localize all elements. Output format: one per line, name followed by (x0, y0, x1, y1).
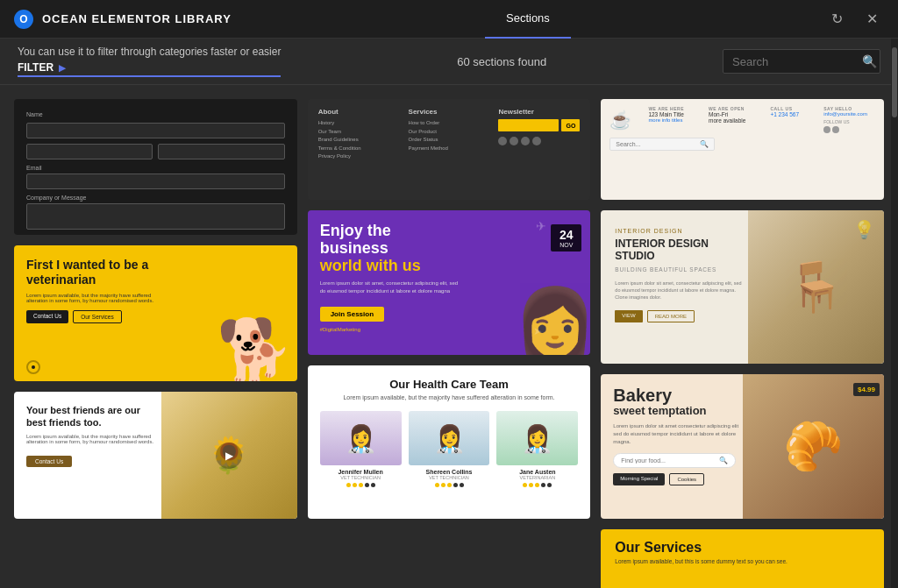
toolbar-hint: You can use it to filter through categor… (18, 46, 281, 58)
filter-button[interactable]: FILTER ▶ (18, 61, 281, 77)
pets-contact-button[interactable]: Contact Us (26, 456, 72, 467)
header-tabs: Sections (485, 0, 571, 39)
header-actions: ↻ ✕ (824, 7, 884, 32)
digital-title-1: Enjoy the (320, 223, 460, 240)
card-pets-friends[interactable]: Your best friends are our best friends t… (14, 392, 297, 519)
member1-role: VET TECHNICIAN (320, 475, 402, 480)
digital-subtitle: Lorem ipsum dolor sit amet, consectetur … (320, 280, 460, 295)
search-icon: 🔍 (862, 54, 877, 68)
refresh-icon[interactable]: ↻ (824, 7, 849, 32)
contact-search-icon: 🔍 (700, 140, 709, 148)
services-subtitle: Lorem ipsum available, but this is some … (615, 558, 870, 564)
filter-arrow-icon: ▶ (59, 63, 66, 73)
card-digital-marketing[interactable]: Enjoy the business world with us Lorem i… (308, 210, 591, 355)
vet-hero-title: First I wanted to be a veterinarian (26, 258, 168, 287)
app-title: OCEAN ELEMENTOR LIBRARY (42, 12, 232, 25)
interior-desc: Lorem ipsum dolor sit amet, consectetur … (615, 280, 742, 301)
bakery-search-input[interactable] (621, 457, 716, 464)
interior-sublabel: BUILDING BEAUTIFUL SPACES (615, 266, 742, 273)
bakery-cookies-button[interactable]: Cookies (669, 473, 704, 485)
footer-newsletter-heading: Newsletter (498, 108, 580, 116)
health-team-title: Our Health Care Team (320, 378, 579, 391)
bakery-title1: Bakery (613, 386, 744, 404)
bakery-price: $4.99 (853, 383, 880, 396)
col-2: About HistoryOur TeamBrand GuidelinesTer… (308, 99, 591, 588)
join-session-button[interactable]: Join Session (320, 307, 384, 322)
our-services-button[interactable]: Our Services (73, 310, 122, 323)
pets-subtitle: Lorem ipsum available, but the majority … (26, 434, 157, 444)
main-grid: Name Email Company or Message (0, 85, 898, 588)
bakery-desc: Lorem ipsum dolor sit amet consectetur a… (613, 422, 744, 446)
bakery-title2: sweet temptation (613, 404, 744, 417)
health-team-subtitle: Lorem ipsum available, but the majority … (320, 394, 579, 400)
search-box: 🔍 (723, 49, 880, 74)
footer-about-heading: About (318, 108, 400, 116)
interior-tag: INTERIOR DESIGN (615, 228, 742, 234)
card-form[interactable]: Name Email Company or Message (14, 99, 297, 235)
header-left: O OCEAN ELEMENTOR LIBRARY (14, 10, 232, 29)
close-icon[interactable]: ✕ (859, 7, 884, 32)
member3-name: Jane Austen (496, 469, 578, 475)
digital-tag: #DigitalMarketing (320, 327, 460, 332)
bakery-morning-button[interactable]: Morning Special (613, 473, 665, 485)
newsletter-go-button[interactable]: GO (561, 119, 580, 131)
digital-title-3: world with us (320, 258, 460, 275)
footer-services-items: How to OrderOur ProductOrder StatusPayme… (409, 119, 490, 152)
interior-readmore-button[interactable]: READ MORE (647, 310, 695, 322)
member2-name: Shereen Collins (409, 469, 490, 475)
tab-sections[interactable]: Sections (485, 0, 571, 39)
col-1: Name Email Company or Message (14, 99, 297, 588)
app-logo: O (14, 10, 33, 29)
card-vet-hero[interactable]: First I wanted to be a veterinarian Lore… (14, 245, 297, 381)
filter-label: FILTER (18, 61, 53, 74)
team-member-2: 👩‍⚕️ Shereen Collins VET TECHNICIAN (409, 411, 490, 487)
card-contact-bar[interactable]: ☕ WE ARE HERE 123 Main Title more info t… (601, 99, 884, 200)
services-title: Our Services (615, 540, 870, 556)
interior-view-button[interactable]: VIEW (615, 310, 642, 322)
bakery-search-icon: 🔍 (719, 457, 728, 464)
toolbar: You can use it to filter through categor… (0, 39, 898, 85)
contact-search-input[interactable] (616, 141, 696, 147)
contact-here-value: 123 Main Title (648, 111, 684, 117)
sections-count: 60 sections found (457, 55, 546, 68)
member1-name: Jennifer Mullen (320, 469, 402, 475)
member2-role: VET TECHNICIAN (409, 475, 490, 480)
search-input[interactable] (732, 55, 855, 68)
col-3: ☕ WE ARE HERE 123 Main Title more info t… (601, 99, 884, 588)
contact-us-button[interactable]: Contact Us (26, 310, 68, 323)
vet-hero-subtitle: Lorem ipsum available, but the majority … (26, 293, 168, 303)
card-our-services[interactable]: Our Services Lorem ipsum available, but … (601, 529, 884, 588)
digital-title-2: business (320, 240, 460, 258)
team-member-3: 👩‍⚕️ Jane Austen VETERINARIAN (496, 411, 578, 487)
footer-services-heading: Services (409, 108, 490, 116)
card-health-team[interactable]: Our Health Care Team Lorem ipsum availab… (308, 365, 591, 519)
card-bakery[interactable]: Bakery sweet temptation Lorem ipsum dolo… (601, 374, 884, 519)
interior-title: INTERIOR DESIGN STUDIO (615, 237, 742, 263)
team-member-1: 👩‍⚕️ Jennifer Mullen VET TECHNICIAN (320, 411, 402, 487)
header: O OCEAN ELEMENTOR LIBRARY Sections ↻ ✕ (0, 0, 898, 39)
card-interior-design[interactable]: INTERIOR DESIGN INTERIOR DESIGN STUDIO B… (601, 210, 884, 364)
card-footer[interactable]: About HistoryOur TeamBrand GuidelinesTer… (308, 99, 591, 200)
member3-role: VETERINARIAN (496, 475, 578, 480)
pets-title: Your best friends are our best friends t… (26, 404, 157, 429)
footer-about-items: HistoryOur TeamBrand GuidelinesTerms & C… (318, 119, 400, 161)
